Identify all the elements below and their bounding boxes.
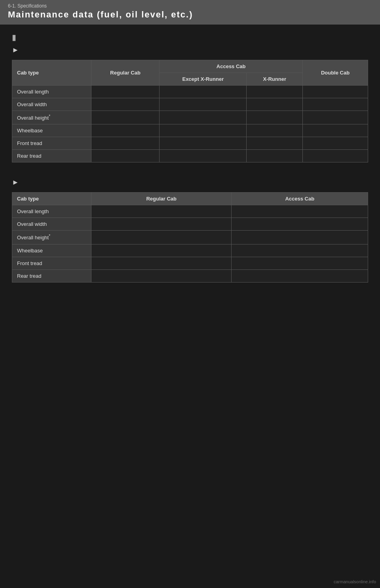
table-row: Rear tread xyxy=(12,269,368,282)
black-bar-icon: ▮ xyxy=(12,32,368,42)
page-header: 6-1. Specifications Maintenance data (fu… xyxy=(0,0,380,25)
table1-double-cab-header: Double Cab xyxy=(303,60,368,86)
table-row: Overall length xyxy=(12,86,368,98)
table1-except-xrunner-header: Except X-Runner xyxy=(160,73,247,86)
table-row: Front tread xyxy=(12,137,368,150)
arrow-icon-2: ► xyxy=(12,178,19,186)
table-2-wrapper: Cab type Regular Cab Access Cab Overall … xyxy=(12,192,368,282)
watermark: carmanualsonline.info xyxy=(334,579,376,584)
header-subtitle: 6-1. Specifications xyxy=(8,3,372,9)
table1-regular-cab-header: Regular Cab xyxy=(91,60,160,86)
table-row: Overall width xyxy=(12,98,368,111)
table2-overall-length-access xyxy=(232,205,368,218)
table1-front-tread-label: Front tread xyxy=(12,137,91,150)
table1-wheelbase-double xyxy=(303,124,368,137)
table2-overall-width-regular xyxy=(91,218,232,231)
header-title: Maintenance data (fuel, oil level, etc.) xyxy=(8,10,372,20)
table1-wheelbase-regular xyxy=(91,124,160,137)
table2-wheelbase-regular xyxy=(91,244,232,257)
table-row: Wheelbase xyxy=(12,124,368,137)
table1-front-tread-double xyxy=(303,137,368,150)
table2-rear-tread-label: Rear tread xyxy=(12,269,91,282)
table1-overall-width-xrunner xyxy=(247,98,303,111)
table-row: Overall length xyxy=(12,205,368,218)
table1-wheelbase-except xyxy=(160,124,247,137)
table2-overall-height-label: Overall height* xyxy=(12,231,91,244)
section-marker-1: ▮ ► xyxy=(12,32,368,54)
table1-rear-tread-label: Rear tread xyxy=(12,150,91,162)
table1-xrunner-header: X-Runner xyxy=(247,73,303,86)
arrow-icon-1: ► xyxy=(12,46,19,54)
table1-wheelbase-label: Wheelbase xyxy=(12,124,91,137)
table-2: Cab type Regular Cab Access Cab Overall … xyxy=(12,192,368,282)
section-marker-2: ► xyxy=(12,178,368,187)
table1-overall-length-regular xyxy=(91,86,160,98)
table-row: Rear tread xyxy=(12,150,368,162)
table2-regular-cab-header: Regular Cab xyxy=(91,193,232,205)
table1-rear-tread-double xyxy=(303,150,368,162)
table2-front-tread-regular xyxy=(91,257,232,269)
table1-overall-width-except xyxy=(160,98,247,111)
table1-front-tread-regular xyxy=(91,137,160,150)
table2-overall-length-regular xyxy=(91,205,232,218)
table-row: Front tread xyxy=(12,257,368,269)
table1-overall-height-except xyxy=(160,111,247,124)
table2-front-tread-access xyxy=(232,257,368,269)
table1-cab-type-header: Cab type xyxy=(12,60,91,86)
table2-rear-tread-access xyxy=(232,269,368,282)
table1-overall-length-double xyxy=(303,86,368,98)
table1-rear-tread-except xyxy=(160,150,247,162)
table2-rear-tread-regular xyxy=(91,269,232,282)
table1-overall-width-regular xyxy=(91,98,160,111)
table2-front-tread-label: Front tread xyxy=(12,257,91,269)
table2-overall-length-label: Overall length xyxy=(12,205,91,218)
table-row: Overall height* xyxy=(12,231,368,244)
table-row: Overall width xyxy=(12,218,368,231)
table2-overall-height-access xyxy=(232,231,368,244)
table1-overall-height-xrunner xyxy=(247,111,303,124)
table2-cab-type-header: Cab type xyxy=(12,193,91,205)
table-row: Overall height* xyxy=(12,111,368,124)
table2-overall-height-regular xyxy=(91,231,232,244)
table1-overall-height-regular xyxy=(91,111,160,124)
table2-overall-width-access xyxy=(232,218,368,231)
table1-overall-length-label: Overall length xyxy=(12,86,91,98)
table1-front-tread-except xyxy=(160,137,247,150)
table1-overall-height-label: Overall height* xyxy=(12,111,91,124)
table1-rear-tread-regular xyxy=(91,150,160,162)
table1-rear-tread-xrunner xyxy=(247,150,303,162)
table2-wheelbase-label: Wheelbase xyxy=(12,244,91,257)
main-content: ▮ ► Cab type Regular Cab Access Cab Doub… xyxy=(0,25,380,306)
table1-overall-length-xrunner xyxy=(247,86,303,98)
table1-access-cab-header: Access Cab xyxy=(160,60,303,73)
table1-overall-width-double xyxy=(303,98,368,111)
table1-wheelbase-xrunner xyxy=(247,124,303,137)
table2-access-cab-header: Access Cab xyxy=(232,193,368,205)
table1-overall-height-double xyxy=(303,111,368,124)
table1-overall-length-except xyxy=(160,86,247,98)
table2-overall-width-label: Overall width xyxy=(12,218,91,231)
table1-front-tread-xrunner xyxy=(247,137,303,150)
table-1-wrapper: Cab type Regular Cab Access Cab Double C… xyxy=(12,60,368,162)
table2-wheelbase-access xyxy=(232,244,368,257)
table1-overall-width-label: Overall width xyxy=(12,98,91,111)
table-row: Wheelbase xyxy=(12,244,368,257)
table-1: Cab type Regular Cab Access Cab Double C… xyxy=(12,60,368,162)
